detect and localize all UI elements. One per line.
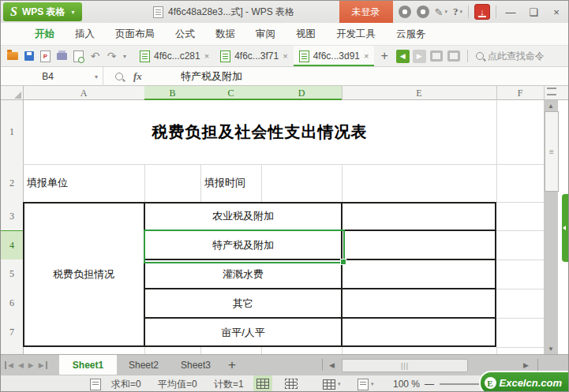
pdf-icon: P (40, 50, 51, 62)
signature-menu[interactable]: ✎ ▾ (435, 6, 447, 18)
magnifier-icon[interactable] (115, 73, 123, 80)
cell-c2[interactable]: 填报时间 (200, 164, 265, 202)
document-tab-label: 4f6c...c281 (154, 50, 200, 62)
gridline (496, 230, 544, 231)
tab-page-layout[interactable]: 页面布局 (105, 28, 165, 41)
undo-button[interactable]: ↶ (87, 47, 103, 65)
toolbar-more-dropdown[interactable]: ▾ (120, 53, 129, 60)
row-header-partial[interactable] (1, 347, 24, 354)
scroll-up-button[interactable]: ▲ (544, 100, 558, 111)
maximize-button[interactable]: ❏ (525, 4, 542, 20)
cell-a1-title[interactable]: 税费负担及社会性支出情况表 (23, 100, 496, 164)
row-header-2[interactable]: 2 (1, 164, 24, 203)
row-header-1[interactable]: 1 (1, 100, 24, 165)
horizontal-scroll-thumb[interactable]: ||| (342, 359, 468, 372)
last-sheet-button[interactable]: ▶ (39, 361, 47, 369)
row-header-7[interactable]: 7 (1, 318, 24, 348)
tab-formulas[interactable]: 公式 (165, 28, 205, 41)
selection-stats-icon[interactable] (90, 375, 101, 392)
monitor-icon[interactable] (430, 50, 443, 62)
redo-button[interactable]: ↷ (103, 47, 120, 65)
column-header-b[interactable]: B (144, 86, 201, 100)
download-update-icon[interactable]: ↓ (474, 4, 490, 20)
cell-a2[interactable]: 填报单位 (23, 164, 148, 202)
column-header-e[interactable]: E (342, 86, 497, 100)
normal-view-button[interactable] (253, 375, 272, 391)
status-average: 平均值=0 (158, 375, 197, 392)
selection-fill-handle[interactable] (340, 259, 346, 265)
find-command-box[interactable]: 点此查找命令 (476, 50, 545, 63)
chevron-down-icon[interactable]: ▾ (95, 73, 103, 80)
spreadsheet-grid[interactable]: 1 2 3 4 5 6 7 (1, 100, 568, 354)
export-pdf-button[interactable]: P (37, 47, 54, 65)
column-header-f[interactable]: F (496, 86, 545, 100)
document-tab-3-active[interactable]: 4f6c...3d91 × (294, 46, 375, 66)
cell-b3-merged[interactable]: 农业税及附加 (144, 202, 342, 230)
cell-b5-merged[interactable]: 灌溉水费 (144, 259, 342, 289)
wps-logo-button[interactable]: S WPS 表格 ▾ (3, 2, 82, 21)
tab-developer[interactable]: 开发工具 (326, 28, 386, 41)
close-button[interactable]: × (548, 4, 565, 20)
flag-icon[interactable] (447, 50, 460, 62)
sidebar-pull-tab[interactable] (562, 194, 568, 262)
next-sheet-button[interactable]: ▶ (28, 361, 34, 369)
excelcn-watermark-text: Excelcn.com (500, 377, 563, 389)
insert-function-button[interactable]: fx (133, 70, 142, 83)
reading-mode-button[interactable]: ▾ (357, 375, 374, 392)
help-menu[interactable]: ? ▾ (453, 6, 462, 18)
formula-input[interactable]: 特产税及附加 (181, 67, 242, 86)
split-handle[interactable] (547, 88, 556, 95)
document-tab-1[interactable]: 4f6c...c281 × (134, 46, 215, 66)
sheet-tab-sheet1[interactable]: Sheet1 (59, 355, 117, 375)
print-button[interactable] (54, 47, 70, 65)
open-file-button[interactable] (4, 47, 21, 65)
print-preview-button[interactable] (70, 47, 87, 65)
column-header-a[interactable]: A (23, 86, 145, 100)
new-document-tab-button[interactable]: + (374, 49, 394, 63)
row-header-3[interactable]: 3 (1, 202, 24, 231)
column-header-c[interactable]: C (200, 86, 262, 100)
vertical-scrollbar[interactable]: ▲ ≡ ▼ (544, 100, 558, 354)
tab-view[interactable]: 视图 (286, 28, 326, 41)
tab-data[interactable]: 数据 (205, 28, 245, 41)
close-icon[interactable]: × (283, 51, 287, 61)
next-tab-button[interactable]: ▶ (413, 50, 426, 63)
reading-mode-icon (357, 379, 369, 390)
spreadsheet-doc-icon (220, 50, 230, 62)
hscroll-left-button[interactable]: ◀ (329, 355, 335, 375)
skin-icon[interactable] (417, 6, 429, 18)
tab-review[interactable]: 审阅 (245, 28, 286, 41)
page-break-view-button[interactable] (282, 375, 301, 391)
minimize-button[interactable]: — (502, 4, 519, 20)
gridline (342, 347, 343, 354)
prev-tab-button[interactable]: ◀ (396, 50, 410, 63)
cell-selection-border[interactable] (144, 230, 345, 263)
vertical-scroll-thumb[interactable]: ≡ (545, 111, 559, 192)
select-all-corner[interactable] (1, 86, 24, 100)
row-header-5[interactable]: 5 (1, 259, 24, 289)
document-tab-2[interactable]: 4f6c...3f71 × (215, 46, 293, 66)
tab-home[interactable]: 开始 (24, 28, 65, 41)
login-button[interactable]: 未登录 (339, 1, 393, 23)
close-icon[interactable]: × (204, 51, 209, 61)
page-layout-view-button[interactable]: ▾ (323, 375, 341, 392)
name-box[interactable]: B4 ▾ (1, 67, 103, 86)
sheet-tab-sheet3[interactable]: Sheet3 (171, 355, 220, 375)
cell-a3-merged[interactable]: 税费负担情况 (23, 202, 144, 347)
scroll-down-button[interactable]: ▼ (544, 343, 558, 354)
close-icon[interactable]: × (364, 51, 369, 61)
first-sheet-button[interactable]: ◀ (5, 361, 13, 369)
community-icon[interactable] (399, 6, 411, 18)
cell-b6-merged[interactable]: 其它 (144, 289, 342, 318)
tab-cloud[interactable]: 云服务 (386, 28, 436, 41)
save-button[interactable] (21, 47, 37, 65)
column-header-d[interactable]: D (261, 86, 343, 100)
tab-insert[interactable]: 插入 (65, 28, 105, 41)
cell-b7-merged[interactable]: 亩平/人平 (144, 318, 342, 347)
zoom-level[interactable]: 100 % (393, 375, 420, 392)
row-header-6[interactable]: 6 (1, 289, 24, 319)
add-sheet-button[interactable]: + (228, 355, 236, 375)
prev-sheet-button[interactable]: ◀ (18, 361, 24, 369)
row-header-4[interactable]: 4 (1, 230, 24, 261)
sheet-tab-sheet2[interactable]: Sheet2 (119, 355, 168, 375)
